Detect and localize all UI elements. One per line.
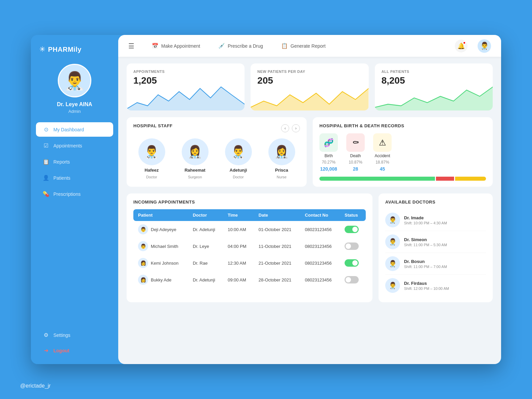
death-icon-box: ⚰ [346, 133, 365, 152]
staff-avatar: 👩‍⚕️ [182, 138, 209, 165]
doctor-avatar: 👨‍⚕️ [385, 213, 400, 227]
table-row: 👩 Bukky Ade Dr. Adetunji 09:00 AM 28-Oct… [133, 271, 366, 288]
staff-row: 👨‍⚕️ Hafeez Doctor 👩‍⚕️ Raheemat Surgeon… [133, 138, 300, 179]
make-appointment-button[interactable]: 📅 Make Appointment [148, 41, 204, 51]
notification-button[interactable]: 🔔 [455, 40, 468, 52]
patients-icon: 👤 [43, 175, 49, 181]
stat-label: NEW PATIENTS PER DAY [257, 70, 362, 74]
table-row: 👨 Michael Smith Dr. Leye 04:00 PM 11-Oct… [133, 238, 366, 255]
status-cell [340, 238, 366, 255]
doctors-list: 👨‍⚕️ Dr. Imade Shift: 10:00 PM – 4:30 AM… [385, 209, 486, 296]
bdr-bar [319, 177, 486, 181]
doctor-list-item: 👨‍⚕️ Dr. Simeon Shift: 11:00 PM – 5:30 A… [385, 231, 486, 253]
sidebar-item-reports[interactable]: 📋 Reports [36, 154, 113, 169]
doctor-name: Dr. Simeon [404, 237, 486, 242]
sidebar-item-prescriptions[interactable]: 💊 Prescriptions [36, 187, 113, 201]
hospital-staff-panel: HOSPIPAL STAFF ‹ › 👨‍⚕️ Hafeez Doctor [127, 117, 307, 187]
sidebar: ✳ PHARMily 👨‍⚕️ Dr. Leye AINA Admin ⊙ My… [31, 35, 118, 364]
prescriptions-icon: 💊 [43, 191, 49, 197]
available-doctors-panel: AVAILABLE DOCTORS 👨‍⚕️ Dr. Imade Shift: … [379, 193, 493, 302]
patient-cell: 👨 Deji Adeyeye [133, 221, 188, 238]
stat-label: APPOINTMENTS [133, 70, 238, 74]
sidebar-item-label: Patients [53, 175, 71, 181]
status-toggle[interactable] [345, 242, 359, 250]
sidebar-item-dashboard[interactable]: ⊙ My Dashboard [36, 122, 113, 137]
bdr-count: 28 [353, 166, 358, 172]
staff-member-adetunji: 👨‍⚕️ Adetunji Doctor [220, 138, 257, 179]
footer-credit: @erictade_jr [20, 383, 51, 389]
patient-name: Bukky Ade [151, 277, 171, 282]
stat-value: 8,205 [382, 75, 486, 86]
generate-report-button[interactable]: 📋 Generate Report [277, 41, 329, 51]
logo-icon: ✳ [39, 45, 45, 54]
doctor-list-item: 👨‍⚕️ Dr. Imade Shift: 10:00 PM – 4:30 AM [385, 209, 486, 231]
stat-chart-appointments [127, 85, 245, 110]
doctor-info: Dr. Imade Shift: 10:00 PM – 4:30 AM [404, 215, 486, 225]
logout-icon: ➜ [43, 347, 49, 354]
prescribe-drug-button[interactable]: 💉 Prescribe a Drug [214, 41, 267, 51]
time-cell: 09:00 AM [223, 271, 254, 288]
doctor-avatar: 👨‍⚕️ [385, 234, 400, 249]
staff-name: Adetunji [230, 168, 247, 173]
status-cell [340, 221, 366, 238]
staff-member-prisca: 👩‍⚕️ Prisca Nurse [263, 138, 300, 179]
reports-icon: 📋 [43, 159, 49, 165]
bdr-count: 120,008 [320, 166, 337, 172]
prev-staff-button[interactable]: ‹ [281, 124, 289, 132]
stat-chart-all-patients [375, 85, 493, 110]
bdr-label: Accident [374, 153, 390, 158]
notification-dot [463, 41, 466, 44]
sidebar-item-logout[interactable]: ➜ Logout [36, 344, 113, 357]
appointments-table: Patient Doctor Time Date Contact No Stat… [133, 209, 366, 288]
next-staff-button[interactable]: › [292, 124, 300, 132]
dashboard-body: APPOINTMENTS 1,205 NEW PATIENTS PER DAY … [118, 57, 501, 364]
appointments-panel: INCOMING APPOINTMENTS Patient Doctor Tim… [127, 193, 372, 302]
doctor-cell: Dr. Adetunji [188, 221, 223, 238]
staff-member-raheemat: 👩‍⚕️ Raheemat Surgeon [177, 138, 213, 179]
logo-text: PHARMily [48, 46, 82, 53]
sidebar-item-patients[interactable]: 👤 Patients [36, 171, 113, 185]
accident-icon-box: ⚠ [373, 133, 392, 152]
top-nav: ☰ 📅 Make Appointment 💉 Prescribe a Drug … [118, 35, 501, 57]
bdr-percent: 10.87% [349, 160, 362, 165]
avatar: 👨‍⚕️ [58, 64, 91, 97]
sidebar-item-label: Logout [53, 348, 69, 353]
status-toggle[interactable] [345, 259, 359, 267]
logo-area: ✳ PHARMily [31, 45, 82, 54]
bar-birth [319, 177, 435, 181]
svg-marker-2 [375, 87, 493, 110]
doctor-shift: Shift: 12:00 PM – 10:00 AM [404, 286, 486, 291]
doctor-list-item: 👨‍⚕️ Dr. Firdaus Shift: 12:00 PM – 10:00… [385, 275, 486, 296]
sidebar-item-label: Settings [53, 332, 71, 338]
contact-cell: 08023123456 [300, 238, 340, 255]
stat-value: 1,205 [133, 75, 238, 86]
status-toggle[interactable] [345, 226, 359, 233]
time-cell: 12:30 AM [223, 255, 254, 271]
doctor-shift: Shift: 11:00 PM – 5:30 AM [404, 243, 486, 247]
staff-name: Raheemat [184, 168, 205, 173]
doctor-avatar: 👨‍⚕️ [385, 256, 400, 271]
stat-card-new-patients: NEW PATIENTS PER DAY 205 [251, 63, 368, 110]
user-avatar-top[interactable]: 👨‍⚕️ [478, 39, 491, 53]
appointments-title: INCOMING APPOINTMENTS [133, 200, 366, 205]
hamburger-button[interactable]: ☰ [128, 42, 134, 50]
status-toggle[interactable] [345, 276, 359, 283]
col-time: Time [223, 209, 254, 221]
bar-death [436, 177, 454, 181]
doctor-cell: Dr. Rae [188, 255, 223, 271]
panel-title: HOSPIPAL BIRTH & DEATH RECORDS [319, 123, 486, 128]
doctor-info: Dr. Simeon Shift: 11:00 PM – 5:30 AM [404, 237, 486, 247]
contact-cell: 08023123456 [300, 271, 340, 288]
staff-role: Surgeon [188, 175, 202, 179]
sidebar-item-appointments[interactable]: ☑ Appointments [36, 138, 113, 153]
patient-name: Kemi Johnson [151, 261, 178, 266]
settings-icon: ⚙ [43, 332, 49, 338]
sidebar-item-settings[interactable]: ⚙ Settings [36, 328, 113, 342]
middle-row: HOSPIPAL STAFF ‹ › 👨‍⚕️ Hafeez Doctor [127, 117, 493, 187]
patient-name: Deji Adeyeye [151, 227, 176, 232]
col-status: Status [340, 209, 366, 221]
doctor-list-item: 👨‍⚕️ Dr. Bosun Shift: 11:00 PM – 7:00 AM [385, 253, 486, 275]
table-row: 👩 Kemi Johnson Dr. Rae 12:30 AM 21-Octob… [133, 255, 366, 271]
patient-avatar: 👨 [138, 224, 148, 234]
staff-name: Hafeez [145, 168, 159, 173]
